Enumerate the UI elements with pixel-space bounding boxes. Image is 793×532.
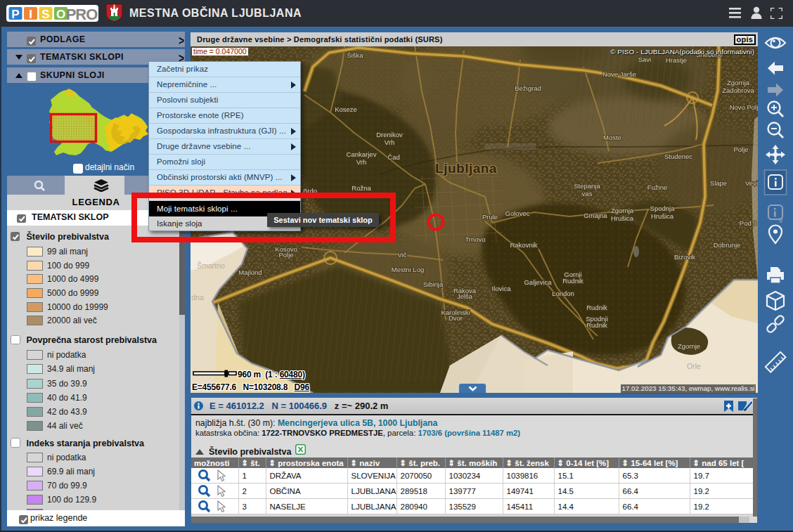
- svg-text:Zgornja: Zgornja: [611, 207, 634, 214]
- svg-text:S: S: [41, 8, 49, 21]
- svg-text:Hrušica: Hrušica: [611, 214, 634, 222]
- svg-text:Prule: Prule: [482, 213, 498, 221]
- svg-text:g: g: [779, 216, 782, 223]
- svg-text:Ljubljana: Ljubljana: [435, 161, 497, 176]
- svg-text:Vič: Vič: [397, 251, 406, 259]
- svg-text:Polje: Polje: [278, 251, 293, 259]
- svg-text:Savi: Savi: [638, 56, 651, 63]
- svg-text:Mestni Log: Mestni Log: [392, 266, 424, 273]
- svg-text:Sibirija: Sibirija: [423, 280, 444, 288]
- svg-text:Rožna: Rožna: [352, 184, 371, 192]
- svg-text:Spodnja: Spodnja: [650, 205, 676, 212]
- svg-text:Nove Jarše: Nove Jarše: [602, 70, 636, 78]
- svg-text:Gmajna: Gmajna: [584, 212, 607, 219]
- svg-text:Šmartno: Šmartno: [197, 261, 225, 270]
- svg-text:Zgornje: Zgornje: [678, 342, 700, 350]
- svg-text:Ilovica: Ilovica: [492, 285, 512, 292]
- svg-text:Cankarjev: Cankarjev: [347, 150, 377, 158]
- svg-text:Bežigrad: Bežigrad: [515, 84, 541, 92]
- svg-text:Dvor: Dvor: [449, 314, 463, 322]
- svg-text:Hrušica: Hrušica: [651, 212, 674, 220]
- svg-text:Zadobrova: Zadobrova: [722, 86, 754, 94]
- svg-text:Čad: Čad: [387, 153, 399, 161]
- svg-text:PRO: PRO: [66, 6, 98, 22]
- svg-text:Novo Polj: Novo Polj: [730, 103, 758, 111]
- svg-text:P: P: [11, 8, 19, 21]
- svg-text:Trnovo: Trnovo: [465, 235, 485, 243]
- svg-text:Dobrunje: Dobrunje: [714, 241, 741, 249]
- svg-text:London: London: [552, 290, 574, 297]
- svg-text:Vevče: Vevče: [745, 179, 758, 187]
- svg-text:Hrastje: Hrastje: [666, 56, 687, 64]
- svg-text:Orle: Orle: [687, 362, 701, 370]
- svg-text:Majlond: Majlond: [238, 268, 262, 276]
- svg-text:Polje: Polje: [733, 145, 748, 153]
- svg-text:Pod J: Pod J: [740, 219, 757, 227]
- svg-text:Golovec: Golovec: [505, 209, 530, 217]
- svg-text:Vrh: Vrh: [356, 158, 366, 166]
- svg-text:Šiška: Šiška: [347, 51, 363, 59]
- svg-text:Jelša: Jelša: [457, 292, 473, 300]
- svg-text:Moste: Moste: [603, 134, 621, 141]
- svg-text:Rudnik: Rudnik: [586, 321, 607, 329]
- svg-text:Galjevica: Galjevica: [524, 278, 552, 286]
- svg-text:Koseze: Koseze: [335, 105, 357, 113]
- svg-text:Fužine: Fužine: [647, 183, 668, 191]
- svg-text:O: O: [56, 8, 65, 21]
- svg-text:Rudnik: Rudnik: [586, 304, 607, 311]
- svg-text:Stepanja: Stepanja: [574, 182, 600, 190]
- svg-text:vas: vas: [582, 190, 593, 197]
- svg-text:Rudnik: Rudnik: [562, 277, 584, 285]
- svg-text:dna: dna: [191, 293, 204, 301]
- svg-text:Slape: Slape: [710, 179, 727, 187]
- svg-text:Drenikov: Drenikov: [376, 131, 403, 138]
- svg-text:Studenec: Studenec: [664, 153, 692, 160]
- svg-text:I: I: [29, 8, 32, 21]
- svg-text:Vrh: Vrh: [385, 138, 394, 146]
- svg-text:Rakovnik: Rakovnik: [510, 241, 537, 249]
- svg-text:Bizovik: Bizovik: [674, 253, 695, 261]
- svg-text:Zgornja: Zgornja: [727, 79, 750, 86]
